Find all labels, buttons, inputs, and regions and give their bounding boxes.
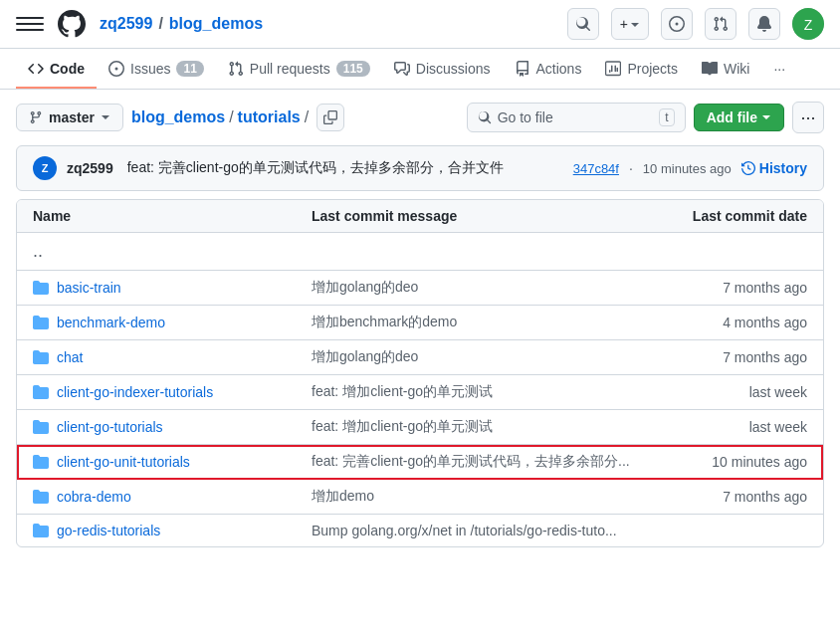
branch-selector[interactable]: master xyxy=(16,104,123,131)
tab-wiki-label: Wiki xyxy=(724,61,749,77)
file-link[interactable]: basic-train xyxy=(57,280,121,296)
folder-icon xyxy=(33,384,49,400)
commit-msg-cell: feat: 增加client-go的单元测试 xyxy=(312,383,648,401)
pulls-badge: 115 xyxy=(336,61,370,77)
folder-icon xyxy=(33,523,49,538)
commit-date-cell: 7 months ago xyxy=(648,489,807,505)
commit-date-cell: 7 months ago xyxy=(648,349,807,365)
tab-issues-label: Issues xyxy=(130,61,170,77)
file-link[interactable]: client-go-unit-tutorials xyxy=(57,454,190,470)
breadcrumb-repo[interactable]: blog_demos xyxy=(169,15,263,33)
history-button[interactable]: History xyxy=(741,160,807,176)
table-row: client-go-unit-tutorials feat: 完善client-… xyxy=(17,445,823,480)
hamburger-button[interactable] xyxy=(16,10,44,38)
tab-code[interactable]: Code xyxy=(16,49,97,89)
table-header: Name Last commit message Last commit dat… xyxy=(17,200,823,233)
goto-shortcut: t xyxy=(659,108,674,126)
github-logo[interactable] xyxy=(56,8,88,40)
file-name-cell: basic-train xyxy=(33,280,312,296)
goto-file-input[interactable]: Go to file t xyxy=(467,103,686,132)
table-row: go-redis-tutorials Bump golang.org/x/net… xyxy=(17,515,823,546)
folder-icon xyxy=(33,419,49,435)
folder-icon xyxy=(33,349,49,365)
add-file-button[interactable]: Add file xyxy=(694,104,784,131)
commit-msg-cell: feat: 增加client-go的单元测试 xyxy=(312,418,648,436)
file-link[interactable]: go-redis-tutorials xyxy=(57,523,160,538)
more-options-button[interactable]: ··· xyxy=(792,102,824,133)
file-name-cell: client-go-tutorials xyxy=(33,419,312,435)
table-row: benchmark-demo 增加benchmark的demo 4 months… xyxy=(17,306,823,340)
folder-icon xyxy=(33,489,49,505)
issues-badge: 11 xyxy=(176,61,203,77)
commit-date-cell: last week xyxy=(648,419,807,435)
issues-button[interactable] xyxy=(661,8,693,40)
commit-time: 10 minutes ago xyxy=(643,161,732,176)
table-row: client-go-indexer-tutorials feat: 增加clie… xyxy=(17,375,823,410)
table-row: basic-train 增加golang的deo 7 months ago xyxy=(17,271,823,306)
pullrequests-button[interactable] xyxy=(705,8,736,40)
path-repo[interactable]: blog_demos xyxy=(131,108,225,126)
copy-path-button[interactable] xyxy=(316,104,344,131)
tab-projects[interactable]: Projects xyxy=(593,49,690,89)
col-date: Last commit date xyxy=(648,208,807,224)
path-folder[interactable]: tutorials xyxy=(238,108,301,126)
commit-hash-link[interactable]: 347c84f xyxy=(573,161,619,176)
more-options-icon: ··· xyxy=(800,107,815,128)
tab-more-label: ··· xyxy=(773,61,785,77)
breadcrumb-user[interactable]: zq2599 xyxy=(100,15,152,33)
commit-date-cell: 7 months ago xyxy=(648,280,807,296)
table-row: client-go-tutorials feat: 增加client-go的单元… xyxy=(17,410,823,445)
commit-date-cell: 4 months ago xyxy=(648,315,807,330)
file-link[interactable]: cobra-demo xyxy=(57,489,131,505)
commit-msg-cell: 增加benchmark的demo xyxy=(312,314,648,331)
repo-tabs: Code Issues 11 Pull requests 115 Discuss… xyxy=(0,49,840,90)
tab-discussions-label: Discussions xyxy=(416,61,491,77)
table-row: cobra-demo 增加demo 7 months ago xyxy=(17,480,823,515)
commit-bar: Z zq2599 feat: 完善client-go的单元测试代码，去掉多余部分… xyxy=(16,145,824,191)
tab-pulls[interactable]: Pull requests 115 xyxy=(216,49,382,89)
col-message: Last commit message xyxy=(312,208,648,224)
folder-icon xyxy=(33,454,49,470)
file-name-cell: cobra-demo xyxy=(33,489,312,505)
svg-text:Z: Z xyxy=(804,17,813,33)
commit-message: feat: 完善client-go的单元测试代码，去掉多余部分，合并文件 xyxy=(127,159,504,177)
search-button[interactable] xyxy=(567,8,599,40)
commit-msg-cell: Bump golang.org/x/net in /tutorials/go-r… xyxy=(312,523,648,538)
history-label: History xyxy=(759,160,807,176)
avatar[interactable]: Z xyxy=(792,8,824,40)
table-row: chat 增加golang的deo 7 months ago xyxy=(17,340,823,375)
path-breadcrumb: blog_demos / tutorials / xyxy=(131,108,309,126)
file-name-cell: client-go-unit-tutorials xyxy=(33,454,312,470)
file-link[interactable]: chat xyxy=(57,349,83,365)
notifications-button[interactable] xyxy=(748,8,780,40)
commit-date-cell: 10 minutes ago xyxy=(648,454,807,470)
create-new-button[interactable]: + xyxy=(611,8,649,40)
tab-code-label: Code xyxy=(50,61,85,77)
col-name: Name xyxy=(33,208,312,224)
file-link[interactable]: client-go-tutorials xyxy=(57,419,163,435)
add-file-label: Add file xyxy=(707,109,757,125)
goto-file-label: Go to file xyxy=(498,109,553,125)
file-link[interactable]: client-go-indexer-tutorials xyxy=(57,384,213,400)
commit-msg-cell: 增加golang的deo xyxy=(312,348,648,366)
file-name-cell: chat xyxy=(33,349,312,365)
tab-projects-label: Projects xyxy=(627,61,678,77)
breadcrumb: zq2599 / blog_demos xyxy=(100,15,263,33)
tab-wiki[interactable]: Wiki xyxy=(690,49,761,89)
file-name-cell: go-redis-tutorials xyxy=(33,523,312,538)
commit-author-avatar: Z xyxy=(33,156,57,180)
file-link[interactable]: benchmark-demo xyxy=(57,315,165,330)
file-table: Name Last commit message Last commit dat… xyxy=(16,199,824,547)
file-name-cell: .. xyxy=(33,241,312,262)
tab-actions-label: Actions xyxy=(536,61,582,77)
tab-more[interactable]: ··· xyxy=(761,49,797,89)
tab-actions[interactable]: Actions xyxy=(503,49,594,89)
repo-toolbar: master blog_demos / tutorials / Go to fi… xyxy=(0,90,840,145)
tab-issues[interactable]: Issues 11 xyxy=(97,49,216,89)
commit-author-name[interactable]: zq2599 xyxy=(67,160,113,176)
tab-discussions[interactable]: Discussions xyxy=(382,49,503,89)
top-nav: zq2599 / blog_demos + Z xyxy=(0,0,840,49)
commit-msg-cell: 增加golang的deo xyxy=(312,279,648,297)
parent-dir: .. xyxy=(33,241,43,262)
file-name-cell: benchmark-demo xyxy=(33,315,312,330)
